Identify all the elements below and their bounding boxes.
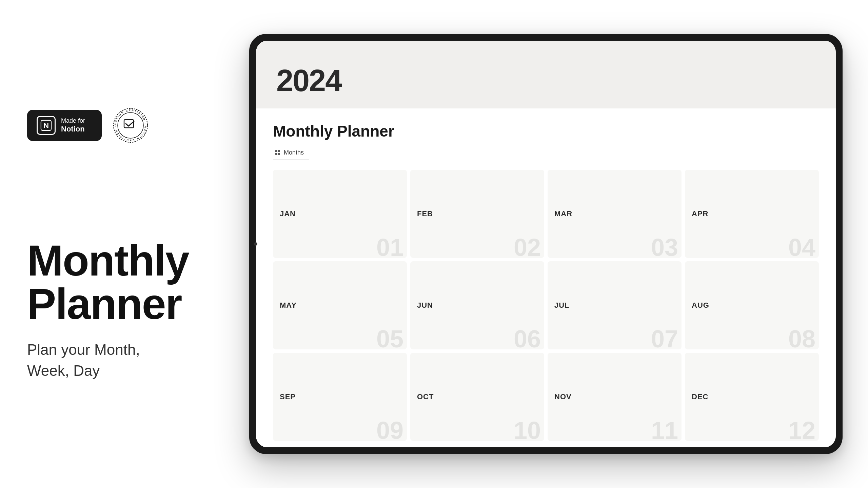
notion-label: Notion [61, 125, 85, 134]
svg-point-2 [114, 108, 147, 142]
month-number: 11 [651, 418, 678, 441]
made-for-label: Made for [61, 117, 85, 125]
made-for-notion-text: Made for Notion [61, 117, 85, 134]
month-cell[interactable]: NOV 11 [548, 353, 682, 441]
screen-header: 2024 [256, 41, 836, 108]
month-cell[interactable]: JUL 07 [548, 261, 682, 349]
month-abbr: JUL [554, 301, 570, 310]
tablet-wrapper: 2024 Monthly Planner [249, 34, 843, 454]
month-abbr: APR [692, 209, 708, 218]
month-number: 07 [651, 327, 678, 349]
svg-rect-9 [278, 153, 280, 155]
tablet-screen: 2024 Monthly Planner [256, 41, 836, 447]
month-abbr: JAN [280, 209, 296, 218]
month-number: 08 [788, 327, 815, 349]
month-cell[interactable]: MAY 05 [273, 261, 407, 349]
month-cell[interactable]: MAR 03 [548, 170, 682, 258]
month-abbr: DEC [692, 392, 708, 401]
month-cell[interactable]: AUG 08 [685, 261, 819, 349]
svg-rect-6 [275, 150, 277, 152]
notion-icon-box: N [37, 116, 56, 135]
month-number: 04 [788, 235, 815, 258]
month-number: 02 [514, 235, 541, 258]
planner-page-title: Monthly Planner [273, 122, 819, 140]
svg-point-3 [118, 113, 143, 138]
month-abbr: FEB [417, 209, 433, 218]
year-title: 2024 [276, 63, 341, 98]
month-abbr: MAY [280, 301, 297, 310]
month-cell[interactable]: FEB 02 [410, 170, 544, 258]
month-number: 05 [376, 327, 403, 349]
grid-icon [275, 150, 281, 156]
month-abbr: NOV [554, 392, 572, 401]
screen-content: Monthly Planner Months [256, 108, 836, 447]
right-panel: 2024 Monthly Planner [210, 0, 868, 488]
tablet-frame: 2024 Monthly Planner [249, 34, 843, 454]
month-abbr: SEP [280, 392, 296, 401]
month-cell[interactable]: DEC 12 [685, 353, 819, 441]
left-panel: N Made for Notion NOTION CERT [0, 0, 210, 488]
notion-n-icon: N [40, 119, 52, 131]
months-grid: JAN 01 FEB 02 MAR 03 APR 04 MAY 05 JUN 0… [273, 170, 819, 441]
month-abbr: MAR [554, 209, 572, 218]
view-tabs: Months [273, 146, 819, 160]
month-cell[interactable]: APR 04 [685, 170, 819, 258]
notion-certified-badge: NOTION CERTIFIED · NOTION CERTIFIED · [112, 107, 149, 144]
badges-row: N Made for Notion NOTION CERT [27, 107, 190, 144]
svg-text:NOTION CERTIFIED · NOTION CERT: NOTION CERTIFIED · NOTION CERTIFIED · [114, 109, 147, 142]
month-cell[interactable]: JUN 06 [410, 261, 544, 349]
month-abbr: JUN [417, 301, 433, 310]
month-cell[interactable]: OCT 10 [410, 353, 544, 441]
month-cell[interactable]: JAN 01 [273, 170, 407, 258]
month-number: 03 [651, 235, 678, 258]
month-number: 10 [514, 418, 541, 441]
month-number: 01 [376, 235, 403, 258]
certified-svg: NOTION CERTIFIED · NOTION CERTIFIED · [112, 107, 149, 144]
month-cell[interactable]: SEP 09 [273, 353, 407, 441]
main-title: Monthly Planner [27, 239, 190, 326]
months-tab[interactable]: Months [273, 146, 309, 160]
svg-rect-8 [275, 153, 277, 155]
svg-rect-7 [278, 150, 280, 152]
hero-subtitle: Plan your Month,Week, Day [27, 339, 190, 381]
month-abbr: OCT [417, 392, 434, 401]
month-number: 09 [376, 418, 403, 441]
month-number: 12 [788, 418, 815, 441]
month-number: 06 [514, 327, 541, 349]
month-abbr: AUG [692, 301, 709, 310]
made-for-notion-badge: N Made for Notion [27, 110, 102, 141]
svg-text:N: N [43, 121, 49, 130]
